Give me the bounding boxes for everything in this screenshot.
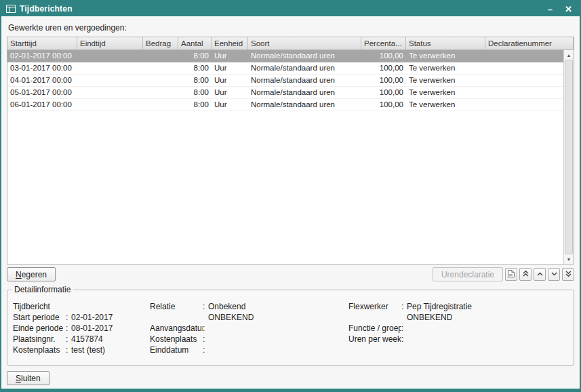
close-button[interactable]: ✕ [563, 5, 574, 14]
urendeclaratie-button[interactable]: Urendeclaratie [433, 267, 503, 281]
minimize-button[interactable]: – [546, 5, 554, 14]
detail-columns: TijdberichtStart periode:02-01-2017Einde… [13, 301, 568, 355]
cell-eindtijd [77, 62, 143, 74]
column-header-starttijd[interactable]: Starttijd [7, 37, 77, 50]
cell-aantal: 8:00 [178, 87, 212, 98]
detail-label: Relatie [150, 301, 203, 312]
window-content: Gewerkte uren en vergoedingen: Starttijd… [1, 16, 580, 389]
urendeclaratie-button-label: Urendeclaratie [441, 270, 494, 279]
column-header-declaratienummer[interactable]: Declaratienummer [485, 37, 574, 50]
cell-percentage: 100,00 [361, 99, 406, 111]
sluiten-button[interactable]: Sluiten [7, 371, 49, 385]
cell-declaratienummer [485, 87, 563, 98]
detail-label: Einde periode [13, 323, 66, 334]
column-header-soort[interactable]: Soort [248, 37, 361, 50]
detail-value: 02-01-2017 [71, 312, 113, 323]
titlebar: Tijdberichten – ✕ [1, 1, 580, 16]
detail-colon: : [66, 345, 71, 355]
column-header-aantal[interactable]: Aantal [178, 37, 212, 50]
detail-colon [401, 312, 407, 323]
window-title: Tijdberichten [20, 4, 542, 14]
detail-label: Functie / groep [348, 323, 401, 334]
chevron-down-icon [550, 269, 558, 279]
scrollbar-thumb[interactable] [565, 60, 573, 254]
detail-group-title: Detailinformatie [12, 285, 73, 294]
cell-percentage: 100,00 [361, 87, 406, 98]
open-in-new-button[interactable] [505, 268, 517, 281]
sluiten-button-label: Sluiten [16, 374, 41, 383]
cell-bedrag [143, 87, 178, 98]
vertical-scrollbar[interactable]: ▲ ▼ [563, 50, 574, 264]
detail-row: Kostenplaats: [150, 334, 348, 345]
cell-aantal: 8:00 [178, 99, 212, 111]
cell-aantal: 8:00 [178, 50, 212, 62]
cell-declaratienummer [485, 99, 563, 111]
scroll-down-icon[interactable]: ▼ [564, 254, 574, 264]
detail-groupbox: Detailinformatie TijdberichtStart period… [7, 290, 574, 366]
detail-colon: : [66, 323, 71, 334]
table-row[interactable]: 05-01-2017 00:008:00UurNormale/standaard… [7, 87, 563, 99]
table-row[interactable]: 03-01-2017 00:008:00UurNormale/standaard… [7, 62, 563, 75]
detail-row: Relatie:Onbekend [150, 301, 348, 312]
action-row: Negeren Urendeclaratie [7, 267, 574, 281]
table-body-rows: 02-01-2017 00:008:00UurNormale/standaard… [7, 50, 563, 264]
negeren-button-label: Negeren [16, 270, 47, 279]
cell-eenheid: Uur [212, 50, 248, 62]
column-header-eindtijd[interactable]: Eindtijd [77, 37, 143, 50]
detail-label: Uren per week [348, 334, 401, 345]
cell-eindtijd [77, 50, 143, 62]
table-row[interactable]: 02-01-2017 00:008:00UurNormale/standaard… [7, 50, 563, 62]
detail-value: Onbekend [208, 301, 245, 312]
detail-row: Einddatum: [150, 345, 348, 355]
scroll-up-icon[interactable]: ▲ [564, 50, 574, 60]
detail-label: Flexwerker [348, 301, 401, 312]
scroll-down-button[interactable] [548, 268, 560, 281]
detail-label: Einddatum [150, 345, 203, 355]
scroll-to-top-button[interactable] [519, 268, 532, 281]
cell-soort: Normale/standaard uren [248, 87, 361, 98]
scroll-up-button[interactable] [534, 268, 546, 281]
cell-starttijd: 03-01-2017 00:00 [7, 62, 77, 74]
cell-aantal: 8:00 [178, 75, 212, 86]
cell-declaratienummer [485, 62, 563, 74]
detail-colon: : [203, 345, 208, 355]
cell-percentage: 100,00 [361, 75, 406, 86]
negeren-button[interactable]: Negeren [7, 267, 56, 281]
cell-eindtijd [77, 75, 143, 86]
column-header-status[interactable]: Status [406, 37, 485, 50]
cell-bedrag [143, 99, 178, 111]
list-label: Gewerkte uren en vergoedingen: [8, 23, 574, 33]
detail-row: ONBEKEND [150, 312, 348, 323]
detail-label [150, 312, 203, 323]
detail-colon: : [66, 334, 71, 345]
cell-eenheid: Uur [212, 75, 248, 86]
double-chevron-down-icon [565, 269, 572, 279]
table-body: 02-01-2017 00:008:00UurNormale/standaard… [7, 50, 574, 264]
table-row[interactable]: 04-01-2017 00:008:00UurNormale/standaard… [7, 75, 563, 87]
detail-column: Flexwerker:Pep TijdregistratieONBEKENDFu… [348, 301, 568, 355]
detail-column: TijdberichtStart periode:02-01-2017Einde… [13, 301, 150, 355]
detail-colon: : [401, 301, 407, 312]
table-row[interactable]: 06-01-2017 00:008:00UurNormale/standaard… [7, 99, 563, 111]
detail-label: Tijdbericht [13, 301, 66, 312]
column-header-bedrag[interactable]: Bedrag [143, 37, 178, 50]
column-header-eenheid[interactable]: Eenheid [212, 37, 248, 50]
cell-eindtijd [77, 99, 143, 111]
cell-soort: Normale/standaard uren [248, 62, 361, 74]
detail-colon: : [203, 334, 208, 345]
cell-soort: Normale/standaard uren [248, 75, 361, 86]
cell-percentage: 100,00 [361, 50, 406, 62]
detail-label: Aanvangsdatum [150, 323, 203, 334]
cell-soort: Normale/standaard uren [248, 50, 361, 62]
document-icon [507, 269, 515, 280]
detail-colon: : [401, 323, 407, 334]
detail-row: Functie / groep: [348, 323, 568, 334]
column-header-percentage[interactable]: Percenta... [361, 37, 406, 50]
cell-percentage: 100,00 [361, 62, 406, 74]
detail-label: Kostenplaats [150, 334, 203, 345]
detail-value: ONBEKEND [208, 312, 254, 323]
scroll-to-bottom-button[interactable] [562, 268, 574, 281]
detail-row: ONBEKEND [348, 312, 568, 323]
detail-value: 08-01-2017 [71, 323, 113, 334]
cell-starttijd: 06-01-2017 00:00 [7, 99, 77, 111]
